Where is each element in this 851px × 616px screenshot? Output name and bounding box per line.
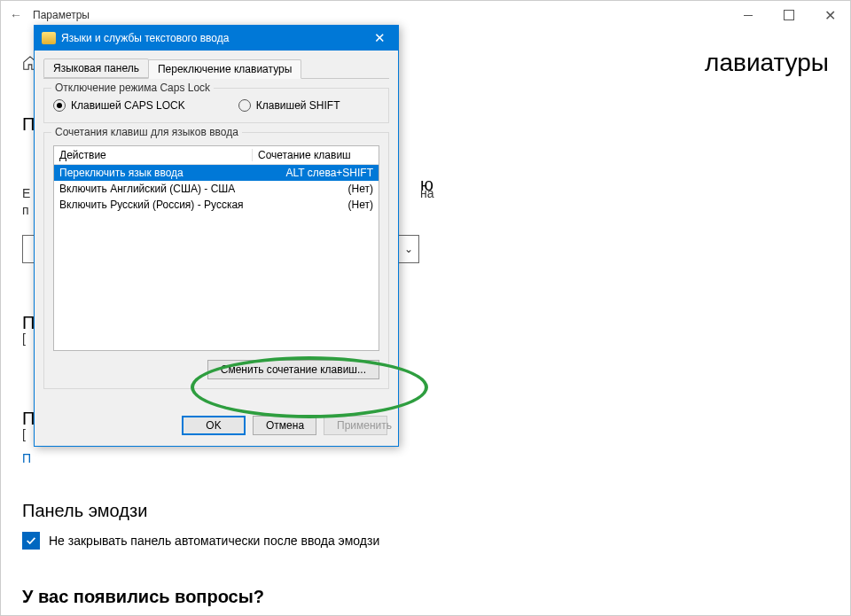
row-combo: ALT слева+SHIFT: [253, 167, 379, 179]
page-heading-partial: лавиатуры: [705, 49, 829, 77]
dialog-footer: OK Отмена Применить: [35, 407, 398, 446]
hotkeys-groupbox: Сочетания клавиш для языков ввода Действ…: [43, 132, 389, 389]
minimize-button[interactable]: [728, 1, 769, 29]
bracket1: [: [22, 331, 26, 348]
row-action: Переключить язык ввода: [54, 167, 253, 179]
list-row[interactable]: Переключить язык ввода ALT слева+SHIFT: [54, 165, 379, 181]
row-combo: (Нет): [253, 199, 379, 211]
dialog-titlebar[interactable]: Языки и службы текстового ввода ✕: [35, 26, 398, 51]
radio-shift-label: Клавишей SHIFT: [256, 99, 340, 112]
row-action: Включить Английский (США) - США: [54, 183, 253, 195]
dialog-body: Языковая панель Переключение клавиатуры …: [35, 51, 398, 407]
emoji-checkbox-label: Не закрывать панель автоматически после …: [49, 534, 379, 548]
maximize-button[interactable]: [769, 1, 809, 29]
row-action: Включить Русский (Россия) - Русская: [54, 199, 253, 211]
ok-button[interactable]: OK: [182, 416, 246, 435]
radio-dot-icon: [53, 99, 66, 112]
link-letter[interactable]: П: [22, 451, 31, 465]
col-combo[interactable]: Сочетание клавиш: [253, 149, 379, 161]
dialog-title: Языки и службы текстового ввода: [61, 32, 229, 44]
emoji-checkbox[interactable]: [22, 532, 40, 550]
emoji-checkbox-row[interactable]: Не закрывать панель автоматически после …: [22, 532, 829, 550]
window-controls: ✕: [728, 1, 850, 29]
bracket2: [: [22, 426, 26, 444]
questions-heading: У вас появились вопросы?: [22, 587, 829, 607]
cancel-button[interactable]: Отмена: [253, 416, 316, 435]
body-letter-p: п: [22, 202, 29, 220]
emoji-heading: Панель эмодзи: [22, 501, 829, 521]
radio-shift[interactable]: Клавишей SHIFT: [238, 99, 340, 112]
body-tail: на: [420, 185, 434, 203]
list-row[interactable]: Включить Русский (Россия) - Русская (Нет…: [54, 197, 379, 213]
apply-button[interactable]: Применить: [324, 416, 387, 435]
text-services-dialog: Языки и службы текстового ввода ✕ Языков…: [34, 25, 399, 447]
back-arrow-icon[interactable]: ←: [8, 8, 24, 22]
list-row[interactable]: Включить Английский (США) - США (Нет): [54, 181, 379, 197]
radio-capslock[interactable]: Клавишей CAPS LOCK: [53, 99, 185, 112]
hotkeys-listbox[interactable]: Действие Сочетание клавиш Переключить яз…: [53, 145, 379, 351]
hotkeys-legend: Сочетания клавиш для языков ввода: [51, 126, 242, 138]
chevron-down-icon: ⌄: [404, 243, 413, 255]
tab-keyboard-switch[interactable]: Переключение клавиатуры: [148, 59, 301, 79]
settings-title: Параметры: [33, 9, 90, 21]
body-letter-e: Е: [22, 185, 30, 203]
tab-language-bar[interactable]: Языковая панель: [43, 58, 149, 78]
capslock-legend: Отключение режима Caps Lock: [51, 82, 214, 94]
tab-strip: Языковая панель Переключение клавиатуры: [43, 58, 389, 79]
close-button[interactable]: ✕: [809, 1, 850, 29]
row-combo: (Нет): [253, 183, 379, 195]
radio-capslock-label: Клавишей CAPS LOCK: [71, 99, 185, 112]
change-hotkey-button[interactable]: Сменить сочетание клавиш...: [207, 360, 379, 379]
radio-dot-icon: [238, 99, 251, 112]
capslock-groupbox: Отключение режима Caps Lock Клавишей CAP…: [43, 88, 389, 123]
dialog-close-icon[interactable]: ✕: [368, 30, 391, 46]
col-action[interactable]: Действие: [54, 149, 253, 161]
keyboard-icon: [42, 32, 56, 44]
list-header: Действие Сочетание клавиш: [54, 146, 379, 165]
